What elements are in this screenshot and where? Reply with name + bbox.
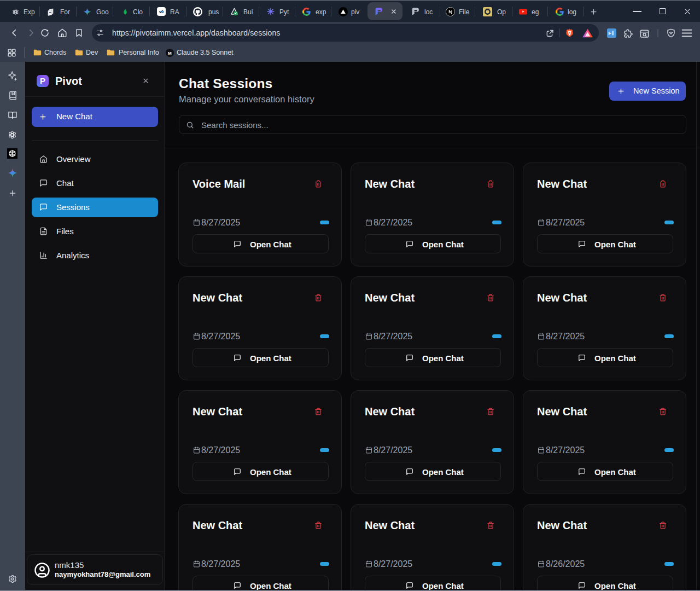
svg-text:v0: v0 xyxy=(159,9,164,14)
svg-text:M: M xyxy=(168,51,172,56)
svg-text:F: F xyxy=(608,31,611,36)
